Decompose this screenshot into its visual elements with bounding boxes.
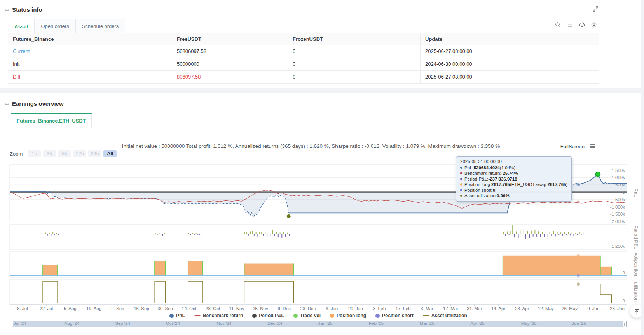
- legend-item-pnl[interactable]: PnL: [169, 313, 185, 318]
- column-header: Futures_Binance: [8, 33, 172, 45]
- collapse-chevron-icon[interactable]: [5, 7, 9, 12]
- tab-futures-binance-eth-usdt[interactable]: Futures_Binance.ETH_USDT: [11, 113, 92, 128]
- column-header: Update: [421, 33, 599, 45]
- table-row: Diff806097.5802025-06-27 08:00:00: [8, 71, 599, 84]
- menu-icon[interactable]: [567, 21, 573, 28]
- series-color-dot: [460, 167, 462, 169]
- datazoom-month-label: Nov '24: [216, 321, 232, 326]
- status-info-header: Status info: [5, 6, 42, 13]
- status-info-card: Status info AssetOpen ordersSchedule ord…: [0, 0, 641, 88]
- tooltip-series-line: Benchmark return: -25.74%: [460, 171, 567, 176]
- datazoom-month-label: Feb '25: [369, 321, 384, 326]
- datazoom-month-label: Sep '24: [115, 321, 130, 326]
- expand-icon[interactable]: [592, 6, 599, 12]
- cloud-download-icon[interactable]: [579, 21, 585, 28]
- datazoom-slider[interactable]: Jul '24Aug '24Sep '24Oct '24Nov '24Dec '…: [10, 321, 627, 327]
- datazoom-month-label: Jan '25: [318, 321, 333, 326]
- datazoom-month-label: Oct '24: [166, 321, 180, 326]
- table-cell: 806097.58: [172, 71, 288, 83]
- tab-open-orders[interactable]: Open orders: [35, 19, 75, 33]
- earnings-title: Earnings overview: [12, 100, 64, 107]
- series-color-dot: [460, 189, 462, 191]
- legend-line-marker: [194, 315, 201, 316]
- table-cell: 2024-06-30 00:00:00: [421, 58, 599, 70]
- legend-item-position-long[interactable]: Position long: [330, 313, 366, 318]
- legend-item-asset-utilization[interactable]: Asset utilization: [423, 313, 467, 318]
- chart-menu-icon[interactable]: [589, 143, 595, 149]
- table-cell: Diff: [8, 71, 172, 83]
- column-header: FreeUSDT: [172, 33, 288, 45]
- datazoom-month-label: Jul '24: [14, 321, 26, 326]
- tab-schedule-orders[interactable]: Schedule orders: [76, 19, 126, 33]
- tooltip-timestamp: 2025-05-31 00:00:00: [460, 159, 567, 164]
- table-cell: 0: [288, 58, 421, 70]
- zoom-option-all[interactable]: All: [103, 150, 117, 157]
- trading-dashboard: { "status_info": { "title": "Status info…: [0, 0, 644, 335]
- chart-tooltip: 2025-05-31 00:00:00 PnL: 520684.4024 (1.…: [456, 156, 572, 202]
- table-cell: 50000000: [172, 58, 288, 70]
- table-row: Current50806097.5802025-06-27 08:00:00: [8, 45, 599, 58]
- status-tabs: AssetOpen ordersSchedule orders: [8, 19, 125, 34]
- legend-circle-marker: [169, 314, 174, 318]
- tab-asset[interactable]: Asset: [8, 19, 35, 34]
- zoom-option-3h[interactable]: 3h: [43, 150, 56, 157]
- legend-circle-marker: [252, 314, 257, 318]
- legend-line-marker: [423, 315, 429, 316]
- legend-circle-marker: [293, 314, 298, 318]
- legend-item-benchmark-return[interactable]: Benchmark return: [194, 313, 243, 318]
- tooltip-series-line: PnL: 520684.4024 (1.04%): [460, 165, 567, 170]
- datazoom-month-label: Mar '25: [420, 321, 435, 326]
- datazoom-month-label: Apr '25: [470, 321, 484, 326]
- asset-table: Futures_BinanceFreeUSDTFrozenUSDTUpdateC…: [8, 33, 599, 84]
- zoom-option-12h[interactable]: 12h: [73, 150, 86, 157]
- legend-circle-marker: [375, 314, 380, 318]
- datazoom-month-label: May '25: [521, 321, 537, 326]
- column-header: FrozenUSDT: [288, 33, 421, 45]
- table-cell[interactable]: Current: [8, 45, 172, 58]
- zoom-label: Zoom: [10, 151, 23, 157]
- zoom-option-8h[interactable]: 8h: [58, 150, 71, 157]
- zoom-option-24h[interactable]: 24h: [88, 150, 101, 157]
- datazoom-month-label: Jun '25: [572, 321, 586, 326]
- series-color-dot: [460, 183, 462, 186]
- tooltip-series-line: Period P&L: -237 836.9718: [460, 177, 567, 182]
- earnings-overview-card: Earnings overview: [0, 93, 641, 335]
- datazoom-left-handle[interactable]: [10, 321, 13, 327]
- chart-legend: PnLBenchmark returnPeriod P&LTrade VolPo…: [10, 313, 627, 318]
- zoom-buttons: 1h3h8h12h24hAll: [28, 150, 117, 157]
- table-cell: 0: [288, 71, 421, 83]
- legend-item-trade-vol[interactable]: Trade Vol: [293, 313, 321, 318]
- datazoom-month-label: Dec '24: [267, 321, 283, 326]
- tooltip-series-line: Position short: 0: [460, 188, 567, 193]
- zoom-option-1h[interactable]: 1h: [28, 150, 41, 157]
- tooltip-series-line: Position long: 2617.765 (ETH_USDT.swap:2…: [460, 182, 567, 187]
- table-toolbar: [555, 21, 597, 28]
- table-cell: 2025-06-27 08:00:00: [421, 71, 599, 83]
- settings-icon[interactable]: [591, 21, 597, 28]
- table-cell: 0: [288, 45, 421, 58]
- status-info-title: Status info: [12, 6, 42, 13]
- legend-circle-marker: [330, 314, 334, 318]
- earnings-header: Earnings overview: [5, 100, 64, 107]
- datazoom-right-handle[interactable]: [623, 321, 627, 327]
- page-scrollbar-track[interactable]: [641, 0, 644, 335]
- table-cell: 2025-06-27 08:00:00: [421, 45, 599, 58]
- zoom-range-selector: Zoom 1h3h8h12h24hAll: [10, 150, 117, 157]
- fullscreen-label[interactable]: FullScreen: [560, 144, 585, 149]
- legend-item-period-p-l[interactable]: Period P&L: [252, 313, 284, 318]
- legend-item-position-short[interactable]: Position short: [375, 313, 414, 318]
- datazoom-month-label: Aug '24: [65, 321, 80, 326]
- series-color-dot: [460, 195, 462, 197]
- performance-summary: Initial net value : 50000000 Total profi…: [0, 143, 622, 149]
- tooltip-series-line: Asset utilization: 0.96%: [460, 193, 567, 198]
- table-cell: 50806097.58: [172, 45, 288, 58]
- table-cell: Init: [8, 58, 172, 70]
- table-header-row: Futures_BinanceFreeUSDTFrozenUSDTUpdate: [8, 33, 599, 45]
- collapse-chevron-icon[interactable]: [5, 102, 9, 106]
- fullscreen-control[interactable]: FullScreen: [560, 143, 595, 149]
- search-icon[interactable]: [555, 21, 561, 28]
- series-color-dot: [460, 178, 462, 180]
- series-color-dot: [460, 172, 462, 174]
- table-row: Init5000000002024-06-30 00:00:00: [8, 58, 599, 71]
